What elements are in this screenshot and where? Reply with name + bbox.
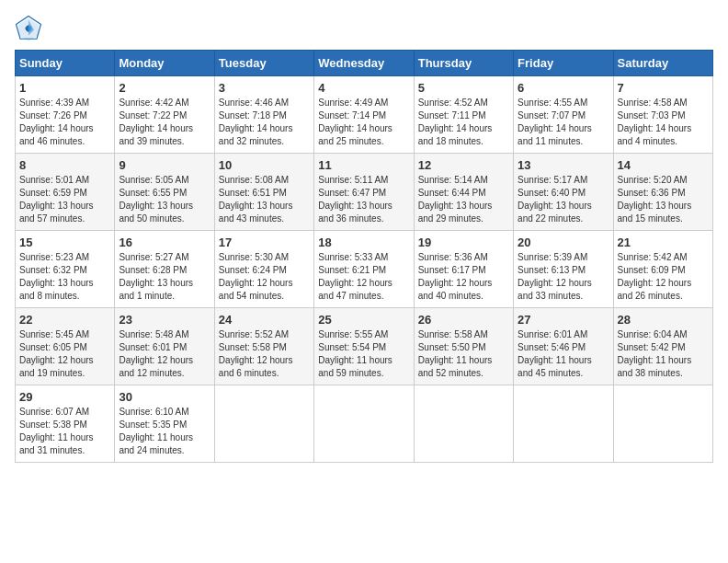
day-number: 25 — [318, 313, 409, 327]
day-number: 22 — [19, 313, 110, 327]
logo — [15, 15, 46, 42]
cell-content: Sunrise: 5:33 AM Sunset: 6:21 PM Dayligh… — [318, 251, 409, 303]
calendar-cell: 4Sunrise: 4:49 AM Sunset: 7:14 PM Daylig… — [314, 76, 414, 154]
cell-content: Sunrise: 5:58 AM Sunset: 5:50 PM Dayligh… — [418, 328, 509, 380]
cell-content: Sunrise: 4:55 AM Sunset: 7:07 PM Dayligh… — [518, 97, 609, 148]
calendar-cell: 13Sunrise: 5:17 AM Sunset: 6:40 PM Dayli… — [514, 154, 613, 231]
calendar-week-row: 22Sunrise: 5:45 AM Sunset: 6:05 PM Dayli… — [16, 308, 713, 385]
calendar-cell: 8Sunrise: 5:01 AM Sunset: 6:59 PM Daylig… — [16, 154, 115, 231]
calendar-cell: 23Sunrise: 5:48 AM Sunset: 6:01 PM Dayli… — [115, 308, 214, 385]
calendar-header-saturday: Saturday — [613, 51, 712, 76]
calendar-header-thursday: Thursday — [414, 51, 513, 76]
day-number: 24 — [219, 313, 310, 327]
day-number: 5 — [418, 81, 509, 95]
calendar-cell: 16Sunrise: 5:27 AM Sunset: 6:28 PM Dayli… — [115, 231, 214, 308]
cell-content: Sunrise: 5:55 AM Sunset: 5:54 PM Dayligh… — [318, 328, 409, 380]
calendar-cell: 20Sunrise: 5:39 AM Sunset: 6:13 PM Dayli… — [514, 231, 613, 308]
cell-content: Sunrise: 5:08 AM Sunset: 6:51 PM Dayligh… — [219, 174, 310, 225]
day-number: 2 — [119, 81, 210, 95]
calendar-cell: 21Sunrise: 5:42 AM Sunset: 6:09 PM Dayli… — [613, 231, 712, 308]
day-number: 3 — [219, 81, 310, 95]
day-number: 27 — [518, 313, 609, 327]
day-number: 1 — [19, 81, 110, 95]
day-number: 4 — [318, 81, 409, 95]
calendar-header-row: SundayMondayTuesdayWednesdayThursdayFrid… — [16, 51, 713, 76]
logo-icon — [15, 15, 42, 42]
cell-content: Sunrise: 6:01 AM Sunset: 5:46 PM Dayligh… — [518, 328, 609, 380]
calendar-header-monday: Monday — [115, 51, 214, 76]
day-number: 6 — [518, 81, 609, 95]
day-number: 18 — [318, 236, 409, 249]
day-number: 14 — [618, 158, 709, 172]
calendar-cell: 22Sunrise: 5:45 AM Sunset: 6:05 PM Dayli… — [16, 308, 115, 385]
calendar-cell: 9Sunrise: 5:05 AM Sunset: 6:55 PM Daylig… — [115, 154, 214, 231]
day-number: 23 — [119, 313, 210, 327]
calendar-cell: 24Sunrise: 5:52 AM Sunset: 5:58 PM Dayli… — [214, 308, 313, 385]
day-number: 11 — [318, 158, 409, 172]
calendar-table: SundayMondayTuesdayWednesdayThursdayFrid… — [15, 50, 713, 463]
cell-content: Sunrise: 5:52 AM Sunset: 5:58 PM Dayligh… — [219, 328, 310, 380]
cell-content: Sunrise: 5:39 AM Sunset: 6:13 PM Dayligh… — [518, 251, 609, 303]
calendar-cell: 12Sunrise: 5:14 AM Sunset: 6:44 PM Dayli… — [414, 154, 513, 231]
cell-content: Sunrise: 4:39 AM Sunset: 7:26 PM Dayligh… — [19, 97, 110, 148]
calendar-cell: 14Sunrise: 5:20 AM Sunset: 6:36 PM Dayli… — [613, 154, 712, 231]
calendar-week-row: 29Sunrise: 6:07 AM Sunset: 5:38 PM Dayli… — [16, 385, 713, 463]
calendar-week-row: 1Sunrise: 4:39 AM Sunset: 7:26 PM Daylig… — [16, 76, 713, 154]
cell-content: Sunrise: 5:42 AM Sunset: 6:09 PM Dayligh… — [618, 251, 709, 303]
cell-content: Sunrise: 6:10 AM Sunset: 5:35 PM Dayligh… — [119, 406, 210, 457]
calendar-cell: 5Sunrise: 4:52 AM Sunset: 7:11 PM Daylig… — [414, 76, 513, 154]
day-number: 30 — [119, 390, 210, 404]
cell-content: Sunrise: 5:11 AM Sunset: 6:47 PM Dayligh… — [318, 174, 409, 225]
calendar-cell: 2Sunrise: 4:42 AM Sunset: 7:22 PM Daylig… — [115, 76, 214, 154]
calendar-week-row: 8Sunrise: 5:01 AM Sunset: 6:59 PM Daylig… — [16, 154, 713, 231]
cell-content: Sunrise: 4:42 AM Sunset: 7:22 PM Dayligh… — [119, 97, 210, 148]
calendar-header-tuesday: Tuesday — [214, 51, 313, 76]
cell-content: Sunrise: 5:45 AM Sunset: 6:05 PM Dayligh… — [19, 328, 110, 380]
cell-content: Sunrise: 6:07 AM Sunset: 5:38 PM Dayligh… — [19, 406, 110, 457]
calendar-cell: 30Sunrise: 6:10 AM Sunset: 5:35 PM Dayli… — [115, 385, 214, 463]
calendar-cell: 11Sunrise: 5:11 AM Sunset: 6:47 PM Dayli… — [314, 154, 414, 231]
day-number: 13 — [518, 158, 609, 172]
day-number: 20 — [518, 236, 609, 249]
day-number: 7 — [618, 81, 709, 95]
day-number: 28 — [618, 313, 709, 327]
day-number: 9 — [119, 158, 210, 172]
calendar-cell — [214, 385, 313, 463]
cell-content: Sunrise: 5:20 AM Sunset: 6:36 PM Dayligh… — [618, 174, 709, 225]
calendar-cell: 25Sunrise: 5:55 AM Sunset: 5:54 PM Dayli… — [314, 308, 414, 385]
day-number: 15 — [19, 236, 110, 249]
cell-content: Sunrise: 6:04 AM Sunset: 5:42 PM Dayligh… — [618, 328, 709, 380]
calendar-cell: 15Sunrise: 5:23 AM Sunset: 6:32 PM Dayli… — [16, 231, 115, 308]
calendar-cell: 26Sunrise: 5:58 AM Sunset: 5:50 PM Dayli… — [414, 308, 513, 385]
day-number: 19 — [418, 236, 509, 249]
calendar-cell: 3Sunrise: 4:46 AM Sunset: 7:18 PM Daylig… — [214, 76, 313, 154]
calendar-cell — [414, 385, 513, 463]
calendar-header-sunday: Sunday — [16, 51, 115, 76]
cell-content: Sunrise: 5:17 AM Sunset: 6:40 PM Dayligh… — [518, 174, 609, 225]
day-number: 17 — [219, 236, 310, 249]
cell-content: Sunrise: 5:01 AM Sunset: 6:59 PM Dayligh… — [19, 174, 110, 225]
day-number: 8 — [19, 158, 110, 172]
day-number: 21 — [618, 236, 709, 249]
day-number: 16 — [119, 236, 210, 249]
calendar-cell: 17Sunrise: 5:30 AM Sunset: 6:24 PM Dayli… — [214, 231, 313, 308]
calendar-header-friday: Friday — [514, 51, 613, 76]
calendar-cell: 1Sunrise: 4:39 AM Sunset: 7:26 PM Daylig… — [16, 76, 115, 154]
day-number: 10 — [219, 158, 310, 172]
calendar-cell: 28Sunrise: 6:04 AM Sunset: 5:42 PM Dayli… — [613, 308, 712, 385]
page-header — [15, 15, 713, 42]
calendar-header-wednesday: Wednesday — [314, 51, 414, 76]
cell-content: Sunrise: 5:30 AM Sunset: 6:24 PM Dayligh… — [219, 251, 310, 303]
cell-content: Sunrise: 5:14 AM Sunset: 6:44 PM Dayligh… — [418, 174, 509, 225]
day-number: 29 — [19, 390, 110, 404]
cell-content: Sunrise: 4:58 AM Sunset: 7:03 PM Dayligh… — [618, 97, 709, 148]
calendar-body: 1Sunrise: 4:39 AM Sunset: 7:26 PM Daylig… — [16, 76, 713, 463]
cell-content: Sunrise: 5:48 AM Sunset: 6:01 PM Dayligh… — [119, 328, 210, 380]
calendar-cell: 18Sunrise: 5:33 AM Sunset: 6:21 PM Dayli… — [314, 231, 414, 308]
cell-content: Sunrise: 4:46 AM Sunset: 7:18 PM Dayligh… — [219, 97, 310, 148]
cell-content: Sunrise: 4:49 AM Sunset: 7:14 PM Dayligh… — [318, 97, 409, 148]
cell-content: Sunrise: 5:27 AM Sunset: 6:28 PM Dayligh… — [119, 251, 210, 303]
cell-content: Sunrise: 5:36 AM Sunset: 6:17 PM Dayligh… — [418, 251, 509, 303]
calendar-cell — [613, 385, 712, 463]
calendar-cell: 10Sunrise: 5:08 AM Sunset: 6:51 PM Dayli… — [214, 154, 313, 231]
